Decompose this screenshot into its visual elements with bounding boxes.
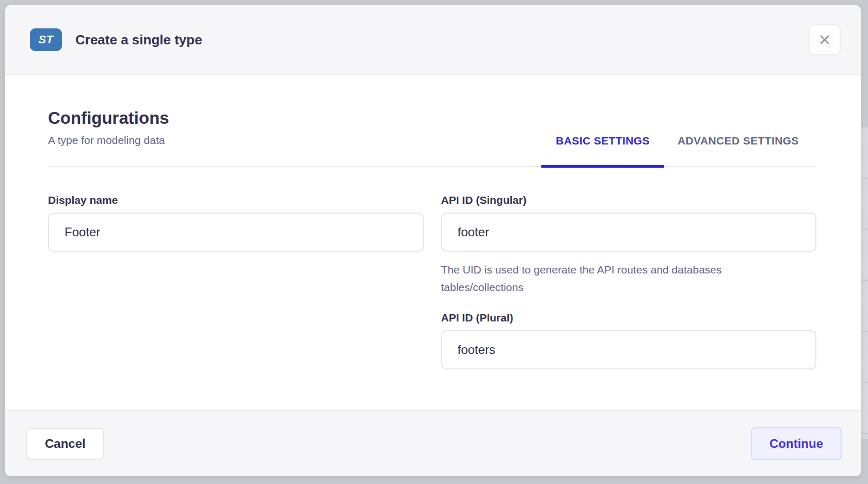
api-id-singular-hint: The UID is used to generate the API rout… (441, 261, 771, 296)
section-header: Configurations A type for modeling data … (48, 107, 816, 167)
backdrop-page-edge (861, 127, 868, 439)
api-id-plural-label: API ID (Plural) (441, 311, 817, 325)
modal-header: ST Create a single type (5, 5, 861, 75)
single-type-badge-icon: ST (30, 28, 62, 51)
api-id-singular-input[interactable] (441, 213, 817, 252)
close-icon (817, 33, 832, 47)
tab-advanced-settings[interactable]: ADVANCED SETTINGS (678, 134, 799, 166)
section-titles: Configurations A type for modeling data (48, 107, 169, 166)
form-column-left: Display name (48, 193, 424, 369)
api-id-singular-field-group: API ID (Singular) The UID is used to gen… (441, 193, 817, 296)
display-name-input[interactable] (48, 213, 424, 252)
badge-label: ST (38, 33, 53, 46)
section-subheading: A type for modeling data (48, 133, 169, 148)
create-single-type-modal: ST Create a single type Configurations A… (5, 5, 861, 476)
configuration-form: Display name API ID (Singular) The UID i… (48, 193, 816, 369)
modal-title: Create a single type (75, 32, 202, 48)
modal-body: Configurations A type for modeling data … (5, 75, 861, 410)
close-button[interactable] (809, 24, 841, 55)
section-heading: Configurations (48, 107, 169, 129)
display-name-field-group: Display name (48, 193, 424, 252)
tab-basic-settings[interactable]: BASIC SETTINGS (541, 134, 664, 166)
api-id-plural-input[interactable] (441, 330, 817, 369)
cancel-button[interactable]: Cancel (26, 428, 104, 460)
modal-footer: Cancel Continue (5, 410, 861, 476)
display-name-label: Display name (48, 193, 424, 207)
form-column-right: API ID (Singular) The UID is used to gen… (441, 193, 817, 369)
continue-button[interactable]: Continue (751, 427, 842, 460)
api-id-plural-field-group: API ID (Plural) (441, 311, 817, 369)
settings-tabs: BASIC SETTINGS ADVANCED SETTINGS (541, 134, 816, 166)
api-id-singular-label: API ID (Singular) (441, 193, 817, 207)
